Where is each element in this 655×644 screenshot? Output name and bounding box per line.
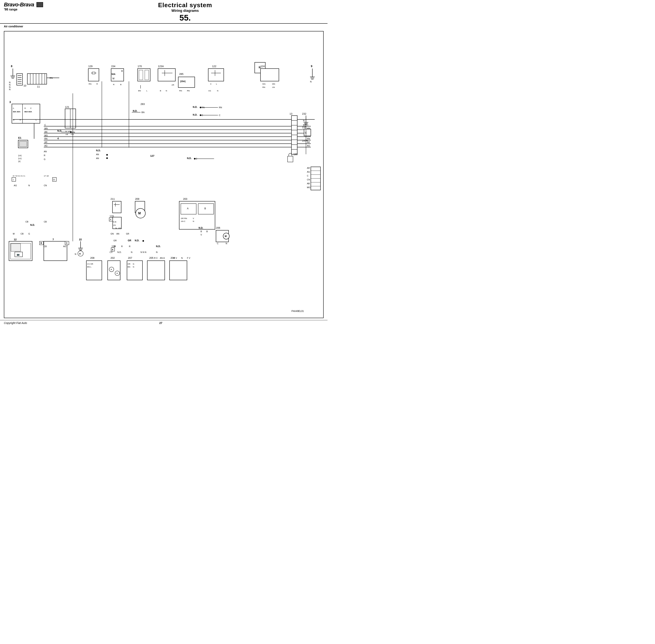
svg-text:MN: MN [303,124,306,126]
svg-point-197 [194,158,196,159]
svg-text:CN: CN [307,179,310,181]
section-label: Air conditioner [0,24,328,29]
svg-text:283: 283 [140,102,145,106]
svg-text:CB: CB [44,221,47,223]
svg-text:G: G [44,158,46,160]
svg-text:N: N [181,257,183,259]
svg-text:M: M [138,212,141,215]
diagram-svg: 8 N N N N 10 11 [4,31,323,318]
svg-rect-216 [44,241,67,261]
page-number: 55. [47,13,324,23]
svg-text:129: 129 [88,65,93,68]
svg-text:202: 202 [111,256,115,259]
svg-text:N.D.: N.D. [193,106,198,109]
svg-rect-78 [208,68,224,81]
svg-text:[12]: [12] [18,157,22,159]
svg-rect-288 [170,261,187,280]
svg-text:211: 211 [111,198,115,200]
svg-text:AG: AG [44,144,47,147]
svg-rect-60 [139,70,143,80]
svg-text:CN: CN [71,133,73,135]
svg-text:N.D.: N.D. [156,245,161,248]
svg-text:205: 205 [149,256,154,259]
svg-text:V: V [200,233,202,236]
svg-text:CV HR: CV HR [87,263,93,265]
svg-text:[15]: [15] [18,155,22,157]
svg-text:BN: BN [141,111,144,113]
svg-text:N: N [310,80,312,83]
svg-point-296 [142,240,144,242]
svg-text:N: N [9,88,10,91]
svg-text:N.D.: N.D. [57,130,62,132]
svg-text:N: N [28,184,30,187]
svg-text:AN: AN [96,157,99,159]
sub-title: Wiring diagrams [47,9,324,13]
svg-text:L: L [146,90,148,92]
svg-text:80A 60A: 80A 60A [24,111,32,113]
svg-text:C: C [210,83,211,85]
svg-text:V: V [193,217,194,220]
svg-text:C: C [307,175,309,177]
brand-section: Bravo-Brava '98 range [4,2,47,11]
svg-text:A: A [187,207,188,210]
svg-text:8 7 6 5  4 3 2 1: 8 7 6 5 4 3 2 1 [13,175,25,177]
svg-text:HR: HR [128,263,130,265]
svg-text:N.D.: N.D. [199,227,203,229]
svg-rect-88 [261,68,279,81]
svg-text:D: D [53,179,55,181]
page: Bravo-Brava '98 range Electrical system … [0,0,328,326]
footer-page: 27 [159,321,162,324]
svg-rect-61 [145,70,149,80]
svg-text:209: 209 [135,198,139,200]
svg-text:9: 9 [311,65,312,68]
svg-text:285: 285 [179,72,183,75]
svg-text:VG: VG [118,227,121,229]
svg-text:GR: GR [113,239,117,242]
svg-text:MN: MN [272,83,275,85]
svg-text:M: M [113,77,114,80]
svg-text:MG: MG [307,186,311,188]
svg-text:RN: RN [179,90,182,92]
svg-text:M: M [13,233,15,235]
footer: Copyright Fiat Auto 27 [0,320,328,326]
svg-text:121: 121 [65,106,69,109]
svg-text:127: 127 [150,155,154,157]
svg-rect-212 [11,244,21,251]
svg-text:A: A [110,218,111,221]
svg-text:⊕: ⊕ [79,252,81,255]
svg-text:✳: ✳ [121,69,123,72]
svg-text:R: R [20,119,21,121]
svg-point-185 [106,157,108,159]
svg-text:RN: RN [44,138,47,140]
svg-text:124: 124 [261,65,265,68]
header: Bravo-Brava '98 range Electrical system … [0,0,328,24]
svg-point-187 [200,107,201,108]
svg-text:N: N [217,90,218,92]
svg-text:11: 11 [37,85,40,88]
svg-text:B: B [41,242,42,244]
svg-text:195: 195 [293,153,298,156]
svg-text:170: 170 [138,65,142,68]
main-title: Electrical system [47,2,324,9]
svg-text:BN: BN [138,90,141,92]
svg-text:R: R [129,245,130,248]
svg-rect-46 [88,68,99,81]
svg-text:AN A: AN A [160,257,165,259]
svg-text:AN C: AN C [181,220,185,222]
svg-text:AG: AG [307,171,310,173]
svg-text:N: N [193,220,194,222]
svg-text:122: 122 [212,65,216,68]
svg-text:N.D.: N.D. [117,251,122,253]
svg-text:C: C [307,124,309,126]
svg-text:CN: CN [44,184,47,187]
svg-text:N: N [115,227,117,229]
svg-text:C: C [66,242,68,244]
svg-text:📷: 📷 [17,253,20,256]
svg-text:MN: MN [44,127,48,130]
svg-text:R V: R V [174,257,177,259]
svg-text:M: M [13,119,14,121]
svg-text:G: G [28,233,30,235]
svg-text:C: C [217,242,219,245]
svg-text:RN: RN [219,106,222,109]
svg-text:B: B [120,84,122,86]
